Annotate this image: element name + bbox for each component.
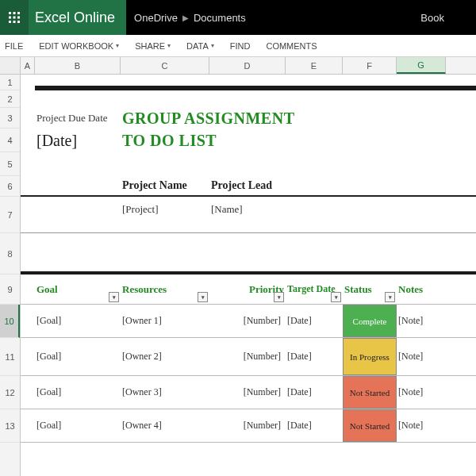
due-date-label: Project Due Date: [35, 108, 121, 129]
menu-data[interactable]: DATA▾: [178, 35, 222, 56]
cell-goal[interactable]: [Goal]: [35, 409, 121, 442]
project-lead-value[interactable]: [Name]: [209, 197, 286, 232]
table-row[interactable]: [Goal][Owner 1][Number][Date]Complete[No…: [21, 305, 476, 338]
row-header-6[interactable]: 6: [0, 176, 20, 197]
column-header-b[interactable]: B: [35, 57, 121, 74]
row-header-10[interactable]: 10: [0, 305, 20, 338]
th-status[interactable]: Status▾: [343, 274, 397, 304]
filter-button[interactable]: ▾: [331, 292, 341, 302]
row-header-1[interactable]: 1: [0, 75, 20, 90]
sheet-body[interactable]: Project Due Date GROUP ASSIGNMENT [Date]…: [21, 75, 476, 476]
cell-notes[interactable]: [Note]: [397, 409, 446, 442]
row-header-11[interactable]: 11: [0, 338, 20, 376]
doc-title-line1: GROUP ASSIGNMENT: [121, 108, 359, 129]
cell-target-date[interactable]: [Date]: [286, 338, 343, 375]
svg-rect-4: [13, 17, 16, 19]
doc-title-line2: TO DO LIST: [121, 129, 359, 152]
row-header-2[interactable]: 2: [0, 90, 20, 108]
th-resources[interactable]: Resources▾: [121, 274, 209, 304]
project-name-header: Project Name: [121, 176, 209, 195]
cell-priority[interactable]: [Number]: [209, 338, 286, 375]
cell-resources[interactable]: [Owner 1]: [121, 305, 209, 337]
table-row[interactable]: [Goal][Owner 3][Number][Date]Not Started…: [21, 376, 476, 409]
cell-status[interactable]: Not Started: [343, 409, 397, 442]
row-header-3[interactable]: 3: [0, 108, 20, 129]
titlebar-brand-area: Excel Online: [0, 0, 126, 35]
column-header-a[interactable]: A: [21, 57, 35, 74]
project-name-value[interactable]: [Project]: [121, 197, 209, 232]
document-name[interactable]: Book: [420, 12, 476, 24]
table-row[interactable]: [Goal][Owner 2][Number][Date]In Progress…: [21, 338, 476, 376]
menu-bar: FILE EDIT WORKBOOK▾ SHARE▾ DATA▾ FIND CO…: [0, 35, 476, 57]
cell-resources[interactable]: [Owner 3]: [121, 376, 209, 409]
chevron-right-icon: ▶: [182, 13, 189, 22]
spreadsheet-grid: 12345678910111213 Project Due Date GROUP…: [0, 75, 476, 476]
svg-rect-1: [13, 12, 16, 14]
cell-status[interactable]: Not Started: [343, 376, 397, 409]
th-priority[interactable]: Priority▾: [209, 274, 286, 304]
svg-rect-8: [17, 21, 20, 23]
row-header-9[interactable]: 9: [0, 274, 20, 305]
cell-target-date[interactable]: [Date]: [286, 305, 343, 337]
cell-goal[interactable]: [Goal]: [35, 376, 121, 409]
filter-button[interactable]: ▾: [385, 292, 395, 302]
menu-comments[interactable]: COMMENTS: [258, 35, 324, 56]
select-all-corner[interactable]: [0, 57, 21, 74]
column-header-e[interactable]: E: [286, 57, 343, 74]
column-headers: A B C D E F G: [0, 57, 476, 75]
app-launcher-button[interactable]: [0, 0, 29, 35]
th-notes[interactable]: Notes: [397, 274, 446, 304]
breadcrumb-part[interactable]: OneDrive: [134, 12, 178, 24]
row-header-12[interactable]: 12: [0, 376, 20, 409]
cell-priority[interactable]: [Number]: [209, 376, 286, 409]
svg-rect-0: [9, 12, 11, 14]
breadcrumb: OneDrive ▶ Documents Book: [126, 0, 476, 35]
cell-resources[interactable]: [Owner 4]: [121, 409, 209, 442]
menu-edit-workbook[interactable]: EDIT WORKBOOK▾: [31, 35, 127, 56]
svg-rect-6: [9, 21, 11, 23]
app-name: Excel Online: [29, 10, 126, 26]
column-header-d[interactable]: D: [209, 57, 286, 74]
row-header-5[interactable]: 5: [0, 152, 20, 176]
cell-notes[interactable]: [Note]: [397, 305, 446, 337]
row-header-13[interactable]: 13: [0, 409, 20, 443]
svg-rect-2: [17, 12, 20, 14]
th-target[interactable]: Target Date▾: [286, 274, 343, 304]
cell-priority[interactable]: [Number]: [209, 409, 286, 442]
breadcrumb-part[interactable]: Documents: [194, 12, 246, 24]
cell-status[interactable]: In Progress: [343, 338, 397, 375]
title-bar: Excel Online OneDrive ▶ Documents Book: [0, 0, 476, 35]
row-header-4[interactable]: 4: [0, 129, 20, 152]
cell-notes[interactable]: [Note]: [397, 376, 446, 409]
filter-button[interactable]: ▾: [198, 292, 208, 302]
row-header-7[interactable]: 7: [0, 197, 20, 233]
row-headers: 12345678910111213: [0, 75, 21, 476]
svg-rect-3: [9, 17, 11, 19]
cell-goal[interactable]: [Goal]: [35, 338, 121, 375]
menu-find[interactable]: FIND: [222, 35, 259, 56]
chevron-down-icon: ▾: [211, 42, 214, 49]
filter-button[interactable]: ▾: [274, 292, 284, 302]
menu-file[interactable]: FILE: [0, 35, 31, 56]
table-row[interactable]: [Goal][Owner 4][Number][Date]Not Started…: [21, 409, 476, 443]
waffle-icon: [9, 12, 20, 23]
cell-target-date[interactable]: [Date]: [286, 409, 343, 442]
svg-rect-5: [17, 17, 20, 19]
cell-target-date[interactable]: [Date]: [286, 376, 343, 409]
column-header-c[interactable]: C: [121, 57, 209, 74]
cell-goal[interactable]: [Goal]: [35, 305, 121, 337]
cell-notes[interactable]: [Note]: [397, 338, 446, 375]
row-header-8[interactable]: 8: [0, 233, 20, 274]
cell-status[interactable]: Complete: [343, 305, 397, 337]
chevron-down-icon: ▾: [167, 42, 171, 49]
column-header-g[interactable]: G: [397, 57, 446, 74]
cell-priority[interactable]: [Number]: [209, 305, 286, 337]
column-header-f[interactable]: F: [343, 57, 397, 74]
th-goal[interactable]: Goal▾: [35, 274, 121, 304]
menu-share[interactable]: SHARE▾: [127, 35, 178, 56]
filter-button[interactable]: ▾: [109, 292, 119, 302]
svg-rect-7: [13, 21, 16, 23]
project-lead-header: Project Lead: [209, 176, 286, 195]
cell-resources[interactable]: [Owner 2]: [121, 338, 209, 375]
due-date-value[interactable]: [Date]: [35, 129, 121, 152]
